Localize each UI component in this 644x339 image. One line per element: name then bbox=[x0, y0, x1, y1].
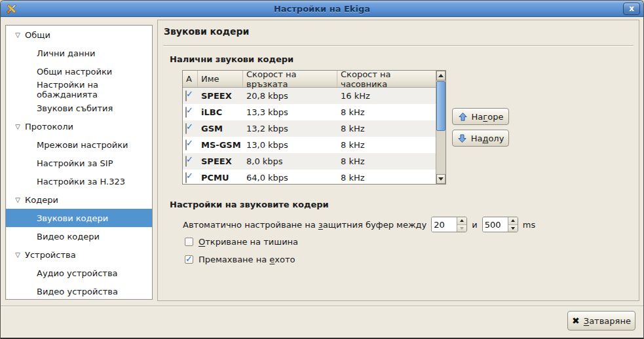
codec-settings-section-title: Настройки на звуковите кодери bbox=[170, 200, 329, 209]
close-x-icon: ✖ bbox=[572, 315, 580, 326]
spin-down-icon bbox=[460, 227, 464, 230]
titlebar[interactable]: Настройки на Ekiga x bbox=[1, 1, 643, 17]
spin-down-icon bbox=[511, 227, 515, 230]
sidebar-item-video-codecs[interactable]: Видео кодери bbox=[6, 227, 152, 245]
spin-up-button[interactable] bbox=[508, 217, 518, 225]
expander-icon[interactable] bbox=[13, 31, 22, 39]
codec-bitrate: 13,0 kbps bbox=[243, 140, 337, 150]
column-header-bitrate[interactable]: Скорост на връзката bbox=[243, 71, 337, 87]
codec-enabled-checkbox[interactable] bbox=[185, 172, 187, 183]
codec-bitrate: 8,0 kbps bbox=[243, 156, 337, 166]
codec-table-columns: A Име Скорост на връзката Скорост на час… bbox=[183, 71, 436, 184]
codec-enabled-checkbox[interactable] bbox=[185, 123, 187, 134]
arrow-down-icon bbox=[457, 134, 467, 143]
scroll-down-button[interactable] bbox=[436, 174, 445, 184]
codec-name: GSM bbox=[198, 124, 243, 134]
sidebar-item-audio-devices[interactable]: Аудио устройства bbox=[6, 264, 152, 282]
sidebar-item-audio-codecs[interactable]: Звукови кодери bbox=[6, 209, 152, 227]
codec-bitrate: 13,2 kbps bbox=[243, 124, 337, 134]
codec-clockrate: 8 kHz bbox=[337, 156, 436, 166]
codec-clockrate: 8 kHz bbox=[337, 124, 436, 134]
codec-name: iLBC bbox=[198, 107, 243, 117]
sidebar-item-general-settings[interactable]: Общи настройки bbox=[6, 62, 152, 80]
sidebar-item-network-settings[interactable]: Мрежови настройки bbox=[6, 135, 152, 154]
table-row[interactable]: MS-GSM 13,0 kbps 8 kHz bbox=[183, 137, 436, 153]
codec-name: MS-GSM bbox=[198, 140, 243, 150]
close-dialog-label: Затваряне bbox=[584, 316, 631, 326]
sidebar-item-video-devices[interactable]: Видео устройства bbox=[6, 282, 152, 300]
codec-clockrate: 16 kHz bbox=[337, 91, 436, 101]
jitter-min-spinner bbox=[457, 217, 466, 232]
echo-cancellation-row[interactable]: Премахване на ехото bbox=[185, 255, 295, 264]
move-down-button[interactable]: Надолу bbox=[452, 130, 509, 147]
codec-enabled-checkbox[interactable] bbox=[185, 107, 187, 118]
audio-codecs-page: Звукови кодери Налични звукови кодери A … bbox=[157, 20, 639, 301]
title-separator bbox=[163, 45, 634, 46]
sidebar-item-h323-settings[interactable]: Настройки за H.323 bbox=[6, 172, 152, 190]
table-row[interactable]: SPEEX 20,8 kbps 16 kHz bbox=[183, 88, 436, 104]
sidebar-group-general[interactable]: Общи bbox=[6, 26, 152, 44]
codec-clockrate: 8 kHz bbox=[337, 140, 436, 150]
spin-up-icon bbox=[460, 219, 464, 222]
sidebar-item-sip-settings[interactable]: Настройки за SIP bbox=[6, 154, 152, 172]
codec-enabled-checkbox[interactable] bbox=[185, 156, 187, 167]
sidebar-item-call-options[interactable]: Настройки на обажданията bbox=[6, 80, 152, 99]
codec-table-header: A Име Скорост на връзката Скорост на час… bbox=[183, 71, 436, 88]
scrollbar-track[interactable] bbox=[436, 131, 445, 174]
spin-up-icon bbox=[511, 219, 515, 222]
codec-clockrate: 8 kHz bbox=[337, 107, 436, 117]
codec-bitrate: 64,0 kbps bbox=[243, 173, 337, 183]
move-down-label: Надолу bbox=[471, 134, 504, 143]
available-codecs-section-title: Налични звукови кодери bbox=[170, 54, 294, 64]
expander-icon[interactable] bbox=[13, 251, 22, 259]
table-row[interactable]: GSM 13,2 kbps 8 kHz bbox=[183, 120, 436, 137]
jitter-max-spinbox bbox=[482, 217, 518, 232]
jitter-buffer-label: Автоматично настройване на защитния буфе… bbox=[183, 220, 426, 230]
echo-cancellation-checkbox[interactable] bbox=[185, 255, 193, 264]
jitter-max-input[interactable] bbox=[483, 217, 508, 232]
scroll-up-button[interactable] bbox=[436, 71, 445, 80]
dialog-content: Общи Лични данни Общи настройки Настройк… bbox=[1, 17, 643, 338]
codec-table: A Име Скорост на връзката Скорост на час… bbox=[182, 70, 446, 185]
column-header-active[interactable]: A bbox=[183, 71, 198, 87]
silence-detection-row[interactable]: Откриване на тишина bbox=[185, 237, 298, 247]
expander-icon[interactable] bbox=[13, 196, 22, 204]
column-header-clockrate[interactable]: Скорост на часовника bbox=[337, 71, 436, 87]
codec-clockrate: 8 kHz bbox=[337, 173, 436, 183]
scrollbar-thumb[interactable] bbox=[436, 81, 445, 131]
window-close-button[interactable]: x bbox=[623, 3, 640, 15]
spin-down-button[interactable] bbox=[508, 225, 518, 232]
codec-bitrate: 13,3 kbps bbox=[243, 107, 337, 117]
sidebar-item-personal-data[interactable]: Лични данни bbox=[6, 44, 152, 62]
sidebar-group-codecs[interactable]: Кодери bbox=[6, 190, 152, 209]
silence-detection-label: Откриване на тишина bbox=[199, 237, 298, 247]
echo-cancellation-label: Премахване на ехото bbox=[199, 255, 295, 264]
table-row[interactable]: iLBC 13,3 kbps 8 kHz bbox=[183, 104, 436, 120]
table-scrollbar[interactable] bbox=[436, 71, 445, 184]
spin-up-button[interactable] bbox=[457, 217, 466, 225]
sidebar-group-protocols[interactable]: Протоколи bbox=[6, 117, 152, 135]
page-title: Звукови кодери bbox=[164, 26, 249, 37]
table-row[interactable]: PCMU 64,0 kbps 8 kHz bbox=[183, 170, 436, 185]
close-dialog-button[interactable]: ✖ Затваряне bbox=[567, 311, 635, 330]
move-up-button[interactable]: Нагоре bbox=[452, 108, 509, 125]
sidebar-group-devices[interactable]: Устройства bbox=[6, 245, 152, 264]
silence-detection-checkbox[interactable] bbox=[185, 238, 193, 246]
codec-name: SPEEX bbox=[198, 156, 243, 166]
jitter-min-spinbox bbox=[431, 217, 467, 232]
codec-name: PCMU bbox=[198, 173, 243, 183]
table-row[interactable]: SPEEX 8,0 kbps 8 kHz bbox=[183, 153, 436, 170]
scroll-down-icon bbox=[438, 177, 444, 181]
jitter-max-spinner bbox=[508, 217, 518, 232]
arrow-up-icon bbox=[458, 112, 468, 122]
sidebar-item-sound-events[interactable]: Звукови събития bbox=[6, 99, 152, 117]
codec-enabled-checkbox[interactable] bbox=[185, 90, 187, 101]
codec-enabled-checkbox[interactable] bbox=[185, 139, 187, 151]
spin-down-button[interactable] bbox=[457, 225, 466, 232]
column-header-name[interactable]: Име bbox=[198, 71, 243, 87]
preferences-window: Настройки на Ekiga x Общи Лични данни Об… bbox=[0, 0, 644, 339]
footer-separator bbox=[1, 306, 643, 307]
jitter-min-input[interactable] bbox=[432, 217, 457, 232]
expander-icon[interactable] bbox=[13, 123, 22, 130]
tools-window-icon bbox=[5, 3, 18, 15]
